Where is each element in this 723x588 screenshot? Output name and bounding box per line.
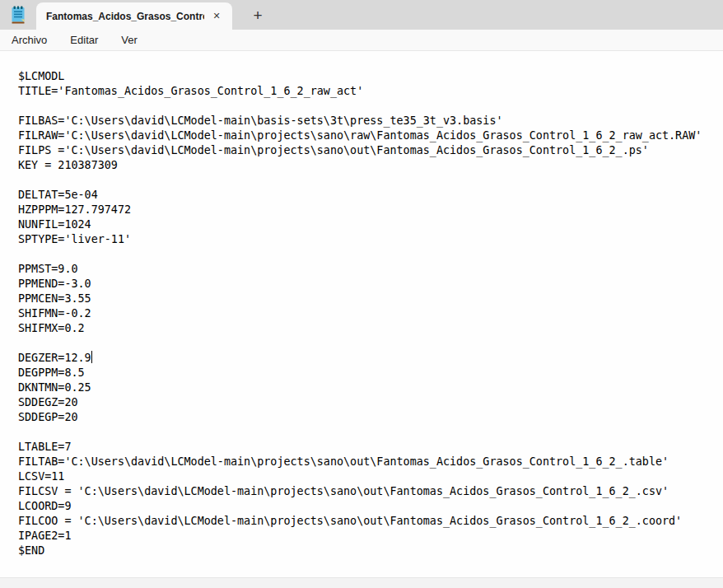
editor-line (18, 247, 723, 262)
status-bar (0, 577, 723, 588)
editor-line: PPMEND=-3.0 (18, 277, 723, 292)
editor-line: LTABLE=7 (18, 440, 723, 455)
close-icon[interactable]: ✕ (208, 7, 226, 26)
notepad-icon-glyph (10, 6, 27, 25)
editor-line: LCSV=11 (18, 469, 723, 484)
editor-line: TITLE='Fantomas_Acidos_Grasos_Control_1_… (18, 84, 723, 99)
editor-line: SDDEGZ=20 (18, 395, 723, 410)
editor-line: HZPPPM=127.797472 (18, 203, 723, 217)
menu-bar: Archivo Editar Ver (0, 30, 723, 51)
notepad-window: Fantomas_Acidos_Grasos_Control_1 ✕ + Arc… (0, 0, 723, 588)
editor-line (18, 173, 723, 188)
editor-line (18, 99, 723, 114)
notepad-icon (0, 0, 36, 30)
editor-line: SPTYPE='liver-11' (18, 232, 723, 247)
tab-bar: Fantomas_Acidos_Grasos_Control_1 ✕ + (0, 0, 723, 30)
text-editor[interactable]: $LCMODLTITLE='Fantomas_Acidos_Grasos_Con… (0, 51, 723, 577)
editor-line: NUNFIL=1024 (18, 217, 723, 232)
editor-line: DELTAT=5e-04 (18, 188, 723, 203)
menu-ver[interactable]: Ver (110, 30, 149, 50)
editor-line: FILBAS='C:\Users\david\LCModel-main\basi… (18, 114, 723, 128)
editor-line: PPMST=9.0 (18, 262, 723, 277)
editor-line: DKNTMN=0.25 (18, 380, 723, 395)
editor-line: $LCMODL (18, 69, 723, 84)
editor-line: SHIFMX=0.2 (18, 321, 723, 336)
editor-line: FILCSV = 'C:\Users\david\LCModel-main\pr… (18, 484, 723, 499)
menu-editar[interactable]: Editar (58, 30, 110, 50)
editor-line: KEY = 210387309 (18, 158, 723, 173)
editor-line: LCOORD=9 (18, 499, 723, 514)
editor-line: SHIFMN=-0.2 (18, 306, 723, 321)
menu-archivo[interactable]: Archivo (0, 30, 58, 50)
editor-line: SDDEGP=20 (18, 410, 723, 425)
editor-line: FILCOO = 'C:\Users\david\LCModel-main\pr… (18, 514, 723, 529)
editor-line (18, 336, 723, 351)
editor-line: FILTAB='C:\Users\david\LCModel-main\proj… (18, 455, 723, 469)
editor-line: FILPS ='C:\Users\david\LCModel-main\proj… (18, 143, 723, 158)
tab-fantomas-control-file[interactable]: Fantomas_Acidos_Grasos_Control_1 ✕ (36, 2, 232, 30)
editor-line: $END (18, 544, 723, 558)
tab-title: Fantomas_Acidos_Grasos_Control_1 (46, 11, 204, 22)
new-tab-button[interactable]: + (244, 3, 272, 28)
editor-line: DEGZER=12.9 (18, 351, 723, 366)
text-caret (91, 351, 92, 363)
editor-line: PPMCEN=3.55 (18, 292, 723, 306)
editor-line: DEGPPM=8.5 (18, 366, 723, 380)
editor-line: FILRAW='C:\Users\david\LCModel-main\proj… (18, 128, 723, 143)
plus-icon: + (253, 7, 262, 25)
editor-line: IPAGE2=1 (18, 529, 723, 544)
editor-line (18, 425, 723, 440)
